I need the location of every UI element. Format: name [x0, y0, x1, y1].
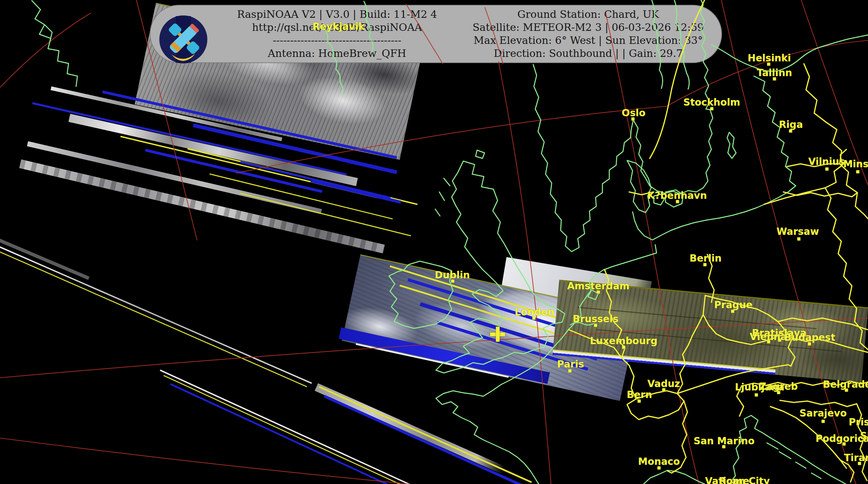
- city-dot: [597, 291, 600, 294]
- city-dot: [773, 77, 776, 81]
- city-dot: [676, 200, 679, 203]
- raspinoaa-map-screen: RaspiNOAA V2 | V3.0 | Build: 11-M2 4 htt…: [0, 0, 868, 484]
- city-label-bern: Bern: [627, 390, 652, 400]
- city-dot: [858, 462, 861, 465]
- city-dot: [845, 389, 848, 392]
- city-dot: [826, 168, 829, 171]
- city-dot: [767, 340, 770, 343]
- city-label-monaco: Monaco: [638, 457, 680, 467]
- city-label-podgorica: Podgorica: [816, 434, 868, 444]
- city-dot: [662, 388, 665, 391]
- city-label-vilnius: Vilnius: [808, 157, 845, 167]
- city-dot: [658, 467, 661, 470]
- city-label-reykjavik: Reykjavik: [313, 22, 365, 32]
- city-label-dublin: Dublin: [435, 270, 470, 280]
- city-dot: [594, 324, 597, 327]
- city-label-minsk: Minsk: [843, 159, 868, 169]
- city-dot: [710, 107, 713, 110]
- city-label-paris: Paris: [557, 360, 584, 369]
- city-dot: [569, 370, 572, 373]
- city-label-belgrade: Belgrade: [823, 380, 868, 389]
- city-label-london: London: [515, 307, 554, 317]
- city-dot: [451, 280, 454, 283]
- city-label-san-marino: San Marino: [694, 436, 755, 446]
- city-label-sarajevo: Sarajevo: [799, 409, 847, 418]
- city-label-riga: Riga: [779, 120, 803, 130]
- city-label-layer: ReykjavikHelsinkiTallinnStockholmOsloRig…: [0, 0, 868, 484]
- city-dot: [632, 118, 635, 121]
- city-label-berlin: Berlin: [689, 254, 721, 263]
- city-label-helsinki: Helsinki: [748, 53, 791, 63]
- city-dot: [843, 443, 846, 446]
- city-label-oslo: Oslo: [622, 108, 645, 118]
- city-dot: [704, 263, 707, 266]
- city-dot: [533, 317, 536, 320]
- city-label-tirana: Tirana: [844, 453, 868, 463]
- city-dot: [767, 63, 770, 66]
- city-dot: [797, 238, 800, 241]
- city-label-amsterdam: Amsterdam: [567, 281, 629, 291]
- city-dot: [808, 342, 811, 346]
- city-label-warsaw: Warsaw: [777, 227, 819, 237]
- city-dot: [777, 391, 780, 394]
- city-label-prague: Prague: [714, 300, 753, 310]
- city-dot: [755, 394, 758, 397]
- city-label-brussels: Brussels: [573, 314, 619, 324]
- city-label-rome: Rome: [719, 476, 749, 484]
- city-dot: [822, 420, 825, 423]
- city-label-k-benhavn: K?benhavn: [647, 191, 707, 201]
- city-dot: [731, 310, 734, 313]
- city-dot: [856, 170, 859, 173]
- city-label-stockholm: Stockholm: [683, 98, 740, 107]
- city-label-luxembourg: Luxembourg: [590, 336, 657, 346]
- city-dot: [722, 445, 725, 448]
- city-label-vaduz: Vaduz: [647, 379, 680, 389]
- city-label-tallinn: Tallinn: [757, 68, 792, 78]
- city-label-budapest: Budapest: [784, 333, 835, 342]
- city-dot: [789, 130, 792, 133]
- city-dot: [638, 400, 641, 403]
- city-label-pristina: Pristina: [849, 418, 868, 427]
- city-label-zagreb: Zagreb: [759, 382, 798, 391]
- city-dot: [622, 346, 625, 349]
